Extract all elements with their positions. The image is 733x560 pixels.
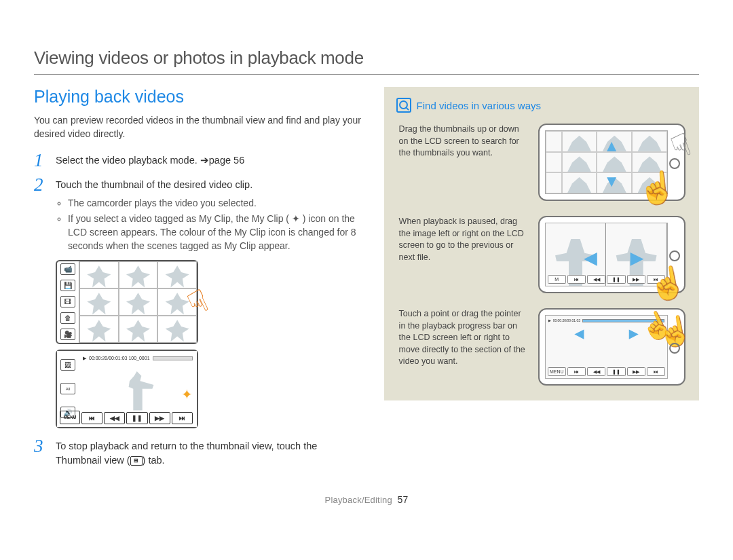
device-illustration: ◀ ▶ M ⏮◀◀❚❚▶▶⏭ ☝ [538,216,685,293]
menu-label: MENU [548,367,566,376]
tip-row: Drag the thumbnails up or down on the LC… [396,124,685,201]
tip-row: Touch a point or drag the pointer in the… [396,308,685,386]
arrow-left-icon: ◀ [575,326,584,341]
device-illustration: ▲ ▼ ☟ ☝ [538,124,685,201]
step-number: 1 [34,151,56,170]
all-label: All [60,383,75,394]
my-clip-star-icon: ✦ [181,386,193,403]
intro-text: You can preview recorded videos in the t… [34,113,365,141]
device-illustration: ▶00:00:20/00:01:03 ◀ ▶ MENU ⏮◀◀❚❚▶▶⏭ ☝ [538,308,685,386]
title-rule [34,74,699,75]
lcd-thumbnail-view: 📹 💾 🎞 🗑 🎥 [56,260,198,344]
time-counter: 00:00:20/00:01:03 100_0001 [89,356,150,360]
next-button: ⏭ [172,412,193,424]
info-panel: Find videos in various ways Drag the thu… [384,87,699,400]
storage-icon: 💾 [60,280,75,291]
play-indicator: ▶ [83,356,86,361]
pause-button: ❚❚ [126,412,147,424]
rewind-button: ◀◀ [104,412,125,424]
arrow-right-icon: ▶ [629,326,638,341]
tip-text: When playback is paused, drag the image … [396,216,530,293]
step-text: Select the video playback mode. ➔page 56 [56,151,244,170]
step-text: Touch the thumbnail of the desired video… [56,179,252,190]
step-text: To stop playback and return to the thumb… [56,436,365,469]
photo-icon: 🖼 [60,359,75,371]
page-title: Viewing videos or photos in playback mod… [34,48,699,69]
tip-text: Drag the thumbnails up or down on the LC… [396,124,530,201]
tip-text: Touch a point or drag the pointer in the… [396,308,530,386]
thumbnail-view-icon: ⊞ [130,456,143,466]
section-subtitle: Playing back videos [34,87,365,107]
bullet: The camcorder plays the video you select… [68,196,365,210]
footer-section: Playback/Editing [325,495,392,505]
step-number: 2 [34,175,56,255]
menu-label: M [548,275,566,284]
step-number: 3 [34,436,56,469]
info-title: Find videos in various ways [417,100,541,111]
lcd-playback-view: 🖼 All 🔊 ▶ 00:00:20/00:01:03 100_0001 [56,350,198,428]
tip-row: When playback is paused, drag the image … [396,216,685,293]
hand-icon: ☟ [666,126,697,166]
arrow-left-icon: ◀ [584,248,597,267]
mode-icon: 📹 [60,263,75,275]
bullet: If you select a video tagged as My Clip,… [68,212,365,253]
trash-icon: 🗑 [60,312,75,324]
step-1: 1 Select the video playback mode. ➔page … [34,151,365,170]
arrow-right-icon: ▶ [631,248,643,267]
camera-icon: 🎥 [60,329,75,340]
arrow-down-icon: ▼ [603,172,620,191]
footer: Playback/Editing 57 [34,494,699,505]
film-icon: 🎞 [60,296,75,307]
page-number: 57 [397,494,408,505]
menu-button: MENU [60,411,80,424]
forward-button: ▶▶ [149,412,170,424]
magnifier-icon [396,98,411,113]
step-3: 3 To stop playback and return to the thu… [34,436,365,469]
step-2: 2 Touch the thumbnail of the desired vid… [34,175,365,255]
prev-button: ⏮ [81,412,102,424]
arrow-up-icon: ▲ [603,136,620,155]
